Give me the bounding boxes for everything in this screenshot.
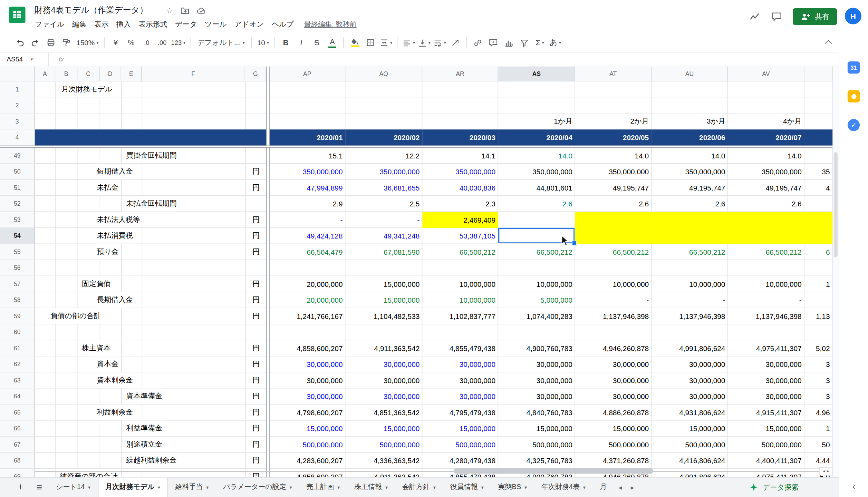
- cell[interactable]: [422, 97, 498, 113]
- tab-scroll-left-button[interactable]: ◂: [614, 478, 626, 497]
- cell[interactable]: 49,195,747: [728, 180, 804, 196]
- cell[interactable]: [422, 114, 498, 129]
- row-header-49[interactable]: 49: [0, 148, 35, 164]
- cell[interactable]: 5,02: [804, 340, 833, 356]
- menu-ヘルプ[interactable]: ヘルプ: [268, 18, 297, 30]
- cell[interactable]: 30,000,000: [422, 357, 498, 372]
- cell[interactable]: [498, 81, 575, 97]
- cell[interactable]: [270, 81, 346, 97]
- cell[interactable]: 10,000,000: [498, 276, 575, 292]
- cell[interactable]: 30,000,000: [498, 357, 575, 372]
- cell[interactable]: 30,000,000: [270, 372, 346, 388]
- paint-format-button[interactable]: [60, 36, 73, 50]
- cell[interactable]: 15,000,000: [575, 421, 652, 437]
- sheet-tab-役員情報[interactable]: 役員情報▾: [443, 478, 491, 497]
- cell[interactable]: 66,500,212: [498, 244, 575, 260]
- cell[interactable]: [575, 260, 652, 276]
- horizontal-scroll-arrows[interactable]: ◂▸: [819, 467, 832, 475]
- col-header-A[interactable]: A: [35, 66, 55, 81]
- sheet-tab-パラメーターの設定[interactable]: パラメーターの設定▾: [216, 478, 299, 497]
- col-header-AT[interactable]: AT: [575, 66, 652, 81]
- cell[interactable]: 30,000,000: [498, 389, 575, 405]
- cell[interactable]: [422, 324, 498, 340]
- unit-cell[interactable]: 円: [246, 180, 266, 195]
- cell[interactable]: 1,102,837,777: [422, 308, 498, 324]
- row-header-59[interactable]: 59: [0, 308, 35, 324]
- cell[interactable]: [652, 81, 728, 97]
- text-color-button[interactable]: A: [326, 36, 339, 50]
- row-header-56[interactable]: 56: [0, 260, 35, 276]
- cell[interactable]: 30,000,000: [422, 389, 498, 405]
- cell[interactable]: 49,195,747: [652, 180, 728, 196]
- unit-cell[interactable]: 円: [246, 308, 266, 324]
- scroll-left-icon[interactable]: ◂: [823, 469, 825, 474]
- row-header-2[interactable]: 2: [0, 97, 35, 113]
- cell[interactable]: 1,137,946,398: [652, 308, 728, 324]
- col-header-AS[interactable]: AS: [498, 66, 575, 81]
- cell[interactable]: 1,074,400,283: [498, 308, 575, 324]
- cell[interactable]: 49,424,128: [270, 228, 346, 244]
- cell[interactable]: 4,991,806,624: [652, 469, 728, 477]
- cell[interactable]: 2か月: [575, 114, 652, 129]
- format-percent-button[interactable]: %: [125, 36, 138, 50]
- unit-cell[interactable]: 円: [246, 357, 266, 372]
- tasks-icon[interactable]: ✓: [848, 119, 860, 131]
- menu-表示[interactable]: 表示: [90, 18, 113, 30]
- fill-color-button[interactable]: [348, 36, 361, 50]
- cell[interactable]: 36,681,655: [346, 180, 423, 196]
- cell[interactable]: [804, 196, 833, 212]
- cell[interactable]: 66,500,212: [422, 244, 498, 260]
- cell[interactable]: [270, 97, 346, 113]
- cell[interactable]: 500,000,000: [728, 437, 804, 452]
- zoom-select[interactable]: 150%▾: [75, 36, 100, 50]
- cell[interactable]: [346, 260, 423, 276]
- cell[interactable]: 30,000,000: [346, 357, 423, 372]
- cell[interactable]: 350,000,000: [346, 164, 423, 180]
- cell[interactable]: 2.6: [498, 196, 575, 212]
- unit-cell[interactable]: 円: [246, 212, 266, 227]
- font-size-select[interactable]: 10▾: [257, 36, 270, 50]
- cell[interactable]: 4,798,600,207: [270, 405, 346, 420]
- sheet-tab-会計方針[interactable]: 会計方針▾: [395, 478, 443, 497]
- unit-cell[interactable]: 円: [246, 437, 266, 452]
- cell[interactable]: 2020/05: [575, 129, 652, 145]
- merge-cells-button[interactable]: ▾: [379, 36, 393, 50]
- cell[interactable]: 10,000,000: [728, 276, 804, 292]
- col-header-partial[interactable]: [804, 66, 833, 81]
- cell[interactable]: 1,13: [804, 308, 833, 324]
- menu-アドオン[interactable]: アドオン: [231, 18, 268, 30]
- unit-cell[interactable]: 円: [246, 244, 266, 260]
- cell[interactable]: 53,387,105: [422, 228, 498, 244]
- sheets-logo[interactable]: [9, 7, 26, 23]
- cell[interactable]: 30,000,000: [575, 389, 652, 405]
- row-header-69[interactable]: 69: [0, 469, 35, 477]
- more-formats-button[interactable]: 123▾: [171, 36, 185, 50]
- horizontal-scrollbar-track[interactable]: [35, 471, 819, 471]
- menu-データ[interactable]: データ: [171, 18, 201, 30]
- cell[interactable]: [728, 81, 804, 97]
- collapse-toolbar-button[interactable]: [825, 40, 832, 47]
- cell[interactable]: 30,000,000: [575, 372, 652, 388]
- calendar-icon[interactable]: 31: [848, 61, 860, 74]
- unit-cell[interactable]: 円: [246, 228, 266, 244]
- cell[interactable]: 4,371,260,878: [575, 453, 652, 469]
- cell[interactable]: 1: [804, 421, 833, 437]
- cell[interactable]: 30,000,000: [346, 372, 423, 388]
- frozen-row-divider[interactable]: [0, 146, 833, 148]
- filter-button[interactable]: [518, 36, 531, 50]
- italic-button[interactable]: I: [295, 36, 308, 50]
- cell[interactable]: 4,280,479,438: [422, 453, 498, 469]
- cell[interactable]: 30,000,000: [652, 389, 728, 405]
- cell[interactable]: 1: [804, 276, 833, 292]
- row-header-3[interactable]: 3: [0, 114, 35, 129]
- menu-編集[interactable]: 編集: [68, 18, 90, 30]
- move-folder-icon[interactable]: [180, 7, 189, 14]
- print-button[interactable]: [44, 36, 57, 50]
- cell[interactable]: 4,855,479,438: [422, 340, 498, 356]
- cell[interactable]: 14.0: [498, 148, 575, 164]
- share-button[interactable]: 共有: [793, 8, 837, 25]
- cell[interactable]: 4,946,260,878: [575, 340, 652, 356]
- cell[interactable]: 350,000,000: [575, 164, 652, 180]
- cell[interactable]: 350,000,000: [498, 164, 575, 180]
- cell[interactable]: 2020/03: [422, 129, 498, 145]
